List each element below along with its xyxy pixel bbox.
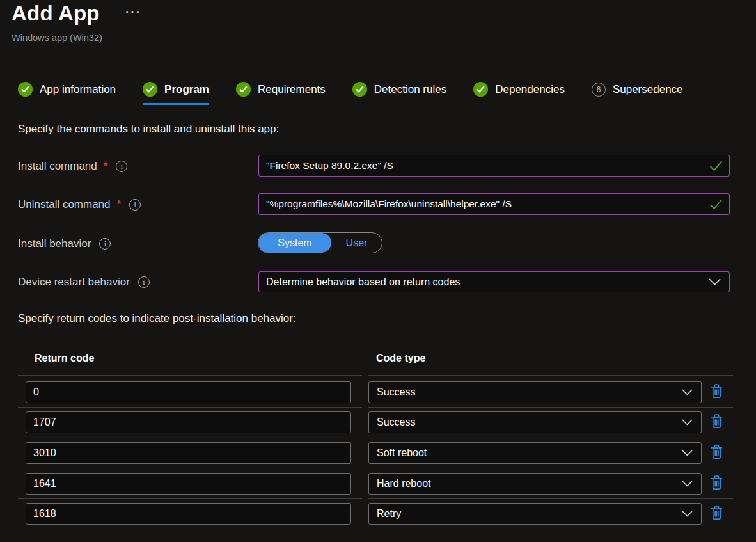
uninstall-command-label: Uninstall command* i [18,198,141,211]
delete-row-button[interactable] [706,442,727,464]
add-app-wizard: Add App ··· Windows app (Win32) App info… [0,0,756,542]
divider [18,407,362,408]
step-complete-icon [143,82,157,97]
return-code-input[interactable] [26,442,351,464]
tab-label: App information [40,83,116,96]
code-type-dropdown[interactable]: Success [368,381,702,403]
divider [18,375,362,376]
code-type-dropdown[interactable]: Success [368,411,702,433]
column-header-code-type: Code type [376,353,425,364]
tab-detection-rules[interactable]: Detection rules [352,82,446,105]
trash-icon [710,445,723,461]
divider [368,532,733,532]
column-header-return-code: Return code [35,353,94,364]
delete-row-button[interactable] [706,473,727,495]
delete-row-button[interactable] [706,411,727,433]
install-behavior-label: Install behavior i [18,237,111,250]
tab-label: Supersedence [613,83,683,96]
context-menu-button[interactable]: ··· [125,5,141,19]
info-icon[interactable]: i [129,199,141,211]
divider [368,438,733,438]
tab-label: Requirements [258,83,326,96]
trash-icon [710,475,723,492]
install-command-input[interactable] [258,155,730,177]
divider [368,375,733,376]
chevron-down-icon [682,417,693,428]
step-complete-icon [236,82,251,97]
delete-row-button[interactable] [706,503,727,525]
required-asterisk: * [104,160,108,173]
trash-icon [710,506,723,522]
return-code-input[interactable] [26,503,351,525]
chevron-down-icon [682,508,693,520]
toggle-option-user[interactable]: User [331,233,382,253]
step-number-icon: 6 [592,83,606,97]
info-icon[interactable]: i [138,276,150,288]
dropdown-value: Hard reboot [377,478,431,490]
divider [18,468,362,468]
install-command-field-wrap [258,155,730,177]
divider [368,468,733,468]
return-code-input[interactable] [26,411,351,433]
page-subtitle: Windows app (Win32) [12,33,102,43]
return-codes-intro: Specify return codes to indicate post-in… [18,312,296,325]
dropdown-value: Success [377,387,415,398]
tab-supersedence[interactable]: 6 Supersedence [592,82,683,105]
uninstall-command-field-wrap [258,193,730,215]
code-type-dropdown[interactable]: Retry [368,503,702,525]
dropdown-value: Retry [377,508,401,520]
dropdown-value: Success [377,417,415,428]
divider [18,438,362,438]
install-command-label: Install command* i [18,160,127,173]
tab-dependencies[interactable]: Dependencies [473,82,565,105]
tab-label: Dependencies [495,83,565,96]
divider [18,532,362,532]
tab-app-information[interactable]: App information [18,82,116,105]
step-complete-icon [473,82,488,97]
divider [368,498,733,499]
dropdown-value: Determine behavior based on return codes [266,276,460,288]
info-icon[interactable]: i [99,238,111,250]
required-asterisk: * [117,198,122,211]
page-title: Add App [12,1,100,26]
toggle-option-system[interactable]: System [258,233,331,253]
uninstall-command-input[interactable] [258,193,730,215]
trash-icon [710,384,723,401]
tab-label: Program [164,83,209,96]
tab-requirements[interactable]: Requirements [236,82,326,105]
dropdown-value: Soft reboot [377,447,427,459]
divider [18,498,362,499]
step-complete-icon [18,82,33,97]
step-complete-icon [352,82,367,97]
commands-section-intro: Specify the commands to install and unin… [18,123,279,136]
install-behavior-toggle: System User [258,232,382,253]
divider [368,407,733,408]
trash-icon [710,414,723,431]
device-restart-behavior-dropdown[interactable]: Determine behavior based on return codes [258,271,730,292]
chevron-down-icon [682,447,693,459]
device-restart-behavior-label: Device restart behavior i [18,276,150,289]
chevron-down-icon [682,387,693,398]
tab-label: Detection rules [374,83,446,96]
delete-row-button[interactable] [706,381,727,403]
info-icon[interactable]: i [116,161,127,172]
return-code-input[interactable] [26,473,351,495]
code-type-dropdown[interactable]: Hard reboot [368,473,702,495]
chevron-down-icon [709,276,721,288]
tab-program[interactable]: Program [143,82,209,105]
chevron-down-icon [682,478,693,490]
wizard-step-tabs: App information Program Requirements Det… [18,82,756,105]
return-code-input[interactable] [26,381,351,403]
code-type-dropdown[interactable]: Soft reboot [368,442,702,464]
